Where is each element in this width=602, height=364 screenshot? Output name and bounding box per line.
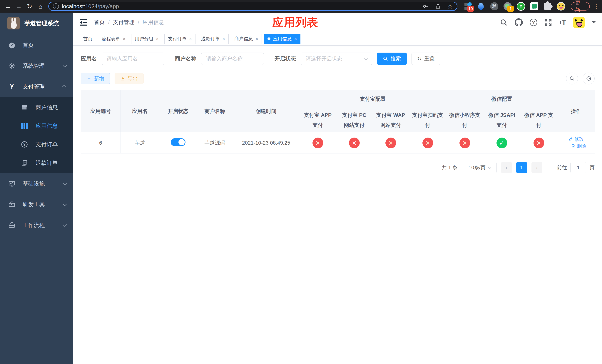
logo-image: [7, 17, 20, 30]
sidebar-collapse-icon[interactable]: [80, 19, 88, 26]
sidebar-item-label: 应用信息: [35, 122, 58, 130]
fullscreen-icon[interactable]: [544, 19, 552, 26]
sidebar-item-merchant-info[interactable]: 商户信息: [0, 98, 73, 117]
extensions-puzzle-icon[interactable]: [543, 2, 552, 11]
cell-app-name: 芋道: [120, 132, 159, 153]
status-label: 开启状态: [275, 55, 296, 62]
export-button[interactable]: 导出: [115, 73, 143, 84]
address-bar[interactable]: i localhost:1024/pay/app ☆: [48, 2, 457, 11]
yen-circle-icon: ¥: [21, 141, 28, 148]
tab-pay-order[interactable]: 支付订单 ×: [164, 34, 195, 44]
tab-refund-order[interactable]: 退款订单 ×: [198, 34, 229, 44]
help-icon[interactable]: ?: [530, 19, 537, 26]
browser-forward-button[interactable]: →: [14, 1, 24, 11]
site-info-icon[interactable]: i: [53, 3, 59, 9]
sidebar-item-home[interactable]: 首页: [0, 35, 73, 55]
status-toggle[interactable]: [171, 138, 185, 146]
sidebar-item-system[interactable]: 系统管理: [0, 55, 73, 76]
dashboard-icon: [8, 42, 16, 49]
extension-icon-6[interactable]: [530, 2, 538, 11]
sidebar-item-pay-order[interactable]: ¥ 支付订单: [0, 135, 73, 154]
col-app-id: 应用编号: [81, 90, 120, 132]
github-icon[interactable]: [515, 18, 523, 26]
sidebar-item-app-info[interactable]: 应用信息: [0, 117, 73, 135]
tags-view-bar: 首页 流程表单 × 用户分组 × 支付订单 × 退款订单 × 商户信息 ×: [73, 32, 602, 45]
tab-home[interactable]: 首页: [80, 34, 96, 44]
alipay-app-status-icon: [312, 138, 323, 148]
page-number-button[interactable]: 1: [516, 162, 527, 173]
sidebar-item-workflow[interactable]: 工作流程: [0, 215, 73, 236]
sidebar-item-dev-tools[interactable]: 研发工具: [0, 194, 73, 215]
reset-button[interactable]: ↻ 重置: [411, 53, 440, 65]
prev-page-button[interactable]: ‹: [501, 162, 512, 173]
browser-back-button[interactable]: ←: [3, 1, 13, 11]
close-icon[interactable]: ×: [189, 36, 192, 41]
refresh-table-button[interactable]: [583, 73, 595, 85]
grid-icon: [21, 123, 28, 129]
search-form: 应用名 商户名称 开启状态 搜索 ↻ 重置: [81, 53, 595, 65]
app-logo: 芋道管理系统: [0, 13, 73, 34]
wechat-jsapi-status-icon: [496, 138, 507, 148]
breadcrumb-home[interactable]: 首页: [94, 19, 105, 26]
caret-down-icon[interactable]: [592, 21, 596, 25]
extension-icon-1[interactable]: 10: [463, 2, 472, 11]
page-size-select[interactable]: 10条/页: [462, 162, 497, 173]
col-status: 开启状态: [159, 90, 197, 132]
extension-icon-4[interactable]: 1: [503, 2, 512, 11]
font-size-icon[interactable]: TT: [559, 19, 566, 26]
sidebar-item-infrastructure[interactable]: 基础设施: [0, 173, 73, 194]
goto-page-input[interactable]: [570, 162, 586, 173]
status-select[interactable]: [301, 53, 372, 65]
extension-icon-5[interactable]: Y: [517, 2, 525, 11]
chevron-down-icon: [63, 223, 67, 227]
refresh-icon: ↻: [417, 56, 421, 62]
browser-update-button[interactable]: 更新: [571, 2, 590, 11]
extension-icon-2[interactable]: [477, 2, 485, 11]
sidebar-item-payment[interactable]: ¥ 支付管理: [0, 76, 73, 97]
password-key-icon[interactable]: [422, 3, 429, 10]
close-icon[interactable]: ×: [156, 36, 159, 41]
toggle-search-button[interactable]: [566, 73, 578, 85]
page-content: 应用名 商户名称 开启状态 搜索 ↻ 重置: [73, 45, 602, 364]
delete-link[interactable]: 删除: [571, 143, 587, 150]
browser-menu-icon[interactable]: ⋮: [593, 3, 599, 10]
tab-user-group[interactable]: 用户分组 ×: [131, 34, 162, 44]
close-icon[interactable]: ×: [123, 36, 126, 41]
share-icon[interactable]: [435, 3, 441, 9]
tab-process-form[interactable]: 流程表单 ×: [98, 34, 129, 44]
close-icon[interactable]: ×: [294, 36, 297, 41]
next-page-button[interactable]: ›: [531, 162, 542, 173]
goto-label: 前往: [557, 164, 567, 171]
edit-link[interactable]: 修改: [568, 136, 584, 142]
status-select-value[interactable]: [306, 56, 363, 62]
sidebar-item-refund-order[interactable]: 退款订单: [0, 154, 73, 172]
toolbox-icon: [8, 201, 16, 208]
browser-reload-button[interactable]: ↻: [25, 1, 34, 11]
close-icon[interactable]: ×: [222, 36, 225, 41]
sidebar-item-label: 支付订单: [35, 141, 58, 148]
add-button[interactable]: ＋ 新增: [81, 73, 110, 84]
merchant-name-input[interactable]: [201, 53, 264, 65]
sidebar-item-label: 支付管理: [22, 83, 45, 91]
tab-merchant-info[interactable]: 商户信息 ×: [231, 34, 262, 44]
bookmark-star-icon[interactable]: ☆: [447, 3, 453, 10]
app-name-label: 应用名: [81, 55, 97, 62]
breadcrumb-payment[interactable]: 支付管理: [113, 19, 134, 26]
chevron-up-icon: [62, 85, 66, 89]
extension-icon-3[interactable]: ⌘: [490, 2, 498, 11]
search-icon[interactable]: [500, 19, 508, 26]
documents-icon: [21, 160, 28, 166]
pagination: 共 1 条 10条/页 ‹ 1 › 前往 页: [81, 162, 595, 173]
alipay-qr-status-icon: [422, 138, 433, 148]
browser-home-button[interactable]: ⌂: [35, 1, 45, 11]
col-wechat-mini: 微信小程序支付: [446, 108, 483, 132]
monitor-icon: [8, 180, 16, 187]
shop-icon: [21, 104, 28, 110]
app-name-input[interactable]: [102, 53, 164, 65]
close-icon[interactable]: ×: [256, 36, 258, 41]
tab-app-info-active[interactable]: 应用信息 ×: [264, 34, 301, 44]
col-alipay-pc: 支付宝 PC 网站支付: [336, 108, 372, 132]
profile-avatar-icon[interactable]: [557, 2, 565, 11]
search-button[interactable]: 搜索: [377, 53, 407, 65]
user-avatar[interactable]: [573, 17, 585, 28]
